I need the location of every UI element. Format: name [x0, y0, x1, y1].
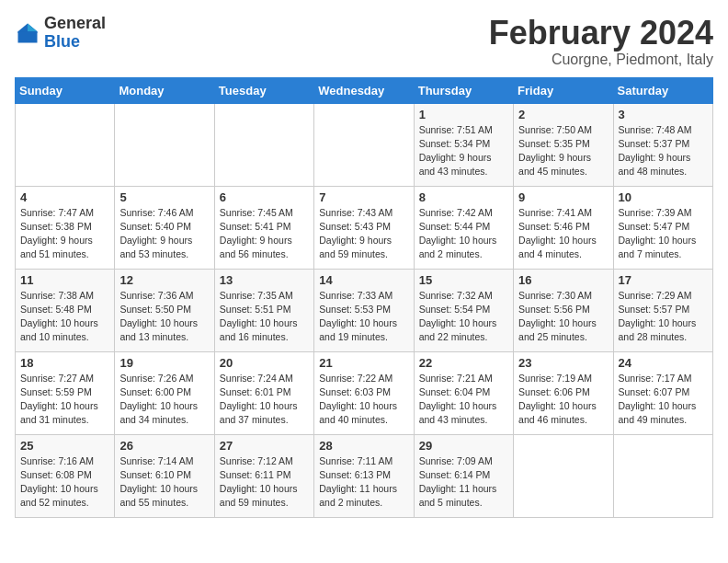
day-info: Sunrise: 7:42 AM Sunset: 5:44 PM Dayligh…	[419, 206, 508, 262]
day-info: Sunrise: 7:50 AM Sunset: 5:35 PM Dayligh…	[518, 123, 608, 179]
calendar-cell: 15Sunrise: 7:32 AM Sunset: 5:54 PM Dayli…	[414, 269, 513, 351]
calendar-cell	[16, 103, 115, 186]
calendar-cell: 29Sunrise: 7:09 AM Sunset: 6:14 PM Dayli…	[414, 434, 513, 517]
day-number: 17	[619, 273, 708, 287]
day-info: Sunrise: 7:24 AM Sunset: 6:01 PM Dayligh…	[220, 372, 309, 428]
logo-icon	[15, 20, 40, 46]
week-row-4: 18Sunrise: 7:27 AM Sunset: 5:59 PM Dayli…	[16, 351, 713, 434]
calendar-cell	[115, 103, 214, 186]
day-info: Sunrise: 7:36 AM Sunset: 5:50 PM Dayligh…	[119, 289, 209, 345]
header-wednesday: Wednesday	[314, 77, 414, 103]
week-row-2: 4Sunrise: 7:47 AM Sunset: 5:38 PM Daylig…	[16, 186, 713, 269]
day-number: 10	[619, 190, 708, 204]
calendar-cell: 3Sunrise: 7:48 AM Sunset: 5:37 PM Daylig…	[613, 103, 712, 186]
calendar-cell: 26Sunrise: 7:14 AM Sunset: 6:10 PM Dayli…	[115, 434, 214, 517]
calendar-cell: 5Sunrise: 7:46 AM Sunset: 5:40 PM Daylig…	[115, 186, 214, 269]
day-number: 29	[419, 439, 508, 453]
day-number: 15	[419, 273, 508, 287]
calendar-cell	[613, 434, 712, 517]
calendar-cell: 12Sunrise: 7:36 AM Sunset: 5:50 PM Dayli…	[115, 269, 214, 351]
day-info: Sunrise: 7:39 AM Sunset: 5:47 PM Dayligh…	[619, 206, 708, 262]
day-number: 2	[518, 108, 608, 121]
calendar-cell: 18Sunrise: 7:27 AM Sunset: 5:59 PM Dayli…	[16, 351, 115, 434]
day-number: 20	[220, 356, 309, 370]
day-number: 22	[419, 356, 508, 370]
calendar-cell: 17Sunrise: 7:29 AM Sunset: 5:57 PM Dayli…	[613, 269, 712, 351]
header-saturday: Saturday	[613, 77, 712, 103]
day-number: 25	[20, 439, 109, 453]
day-info: Sunrise: 7:33 AM Sunset: 5:53 PM Dayligh…	[319, 289, 408, 345]
calendar-cell: 9Sunrise: 7:41 AM Sunset: 5:46 PM Daylig…	[514, 186, 613, 269]
day-number: 8	[419, 190, 508, 204]
calendar-cell: 13Sunrise: 7:35 AM Sunset: 5:51 PM Dayli…	[214, 269, 313, 351]
day-number: 7	[319, 190, 408, 204]
day-info: Sunrise: 7:46 AM Sunset: 5:40 PM Dayligh…	[119, 206, 209, 262]
day-info: Sunrise: 7:45 AM Sunset: 5:41 PM Dayligh…	[220, 206, 309, 262]
day-info: Sunrise: 7:43 AM Sunset: 5:43 PM Dayligh…	[319, 206, 408, 262]
day-info: Sunrise: 7:51 AM Sunset: 5:34 PM Dayligh…	[419, 123, 508, 179]
calendar-cell: 8Sunrise: 7:42 AM Sunset: 5:44 PM Daylig…	[414, 186, 513, 269]
calendar-cell: 1Sunrise: 7:51 AM Sunset: 5:34 PM Daylig…	[414, 103, 513, 186]
calendar-cell: 24Sunrise: 7:17 AM Sunset: 6:07 PM Dayli…	[613, 351, 712, 434]
day-info: Sunrise: 7:32 AM Sunset: 5:54 PM Dayligh…	[419, 289, 508, 345]
calendar-table: SundayMondayTuesdayWednesdayThursdayFrid…	[15, 77, 713, 518]
day-number: 3	[619, 108, 708, 121]
day-number: 14	[319, 273, 408, 287]
day-number: 13	[220, 273, 309, 287]
day-info: Sunrise: 7:29 AM Sunset: 5:57 PM Dayligh…	[619, 289, 708, 345]
day-number: 12	[119, 273, 209, 287]
day-info: Sunrise: 7:14 AM Sunset: 6:10 PM Dayligh…	[119, 454, 209, 511]
day-number: 9	[518, 190, 608, 204]
calendar-cell: 10Sunrise: 7:39 AM Sunset: 5:47 PM Dayli…	[613, 186, 712, 269]
calendar-cell: 23Sunrise: 7:19 AM Sunset: 6:06 PM Dayli…	[514, 351, 613, 434]
svg-marker-1	[28, 23, 38, 31]
page-header: General Blue February 2024 Cuorgne, Pied…	[15, 15, 713, 68]
day-info: Sunrise: 7:38 AM Sunset: 5:48 PM Dayligh…	[20, 289, 109, 345]
day-number: 24	[619, 356, 708, 370]
calendar-cell: 7Sunrise: 7:43 AM Sunset: 5:43 PM Daylig…	[314, 186, 414, 269]
week-row-5: 25Sunrise: 7:16 AM Sunset: 6:08 PM Dayli…	[16, 434, 713, 517]
week-row-1: 1Sunrise: 7:51 AM Sunset: 5:34 PM Daylig…	[16, 103, 713, 186]
day-info: Sunrise: 7:09 AM Sunset: 6:14 PM Dayligh…	[419, 454, 508, 511]
logo: General Blue	[15, 15, 106, 52]
calendar-cell: 25Sunrise: 7:16 AM Sunset: 6:08 PM Dayli…	[16, 434, 115, 517]
calendar-cell: 4Sunrise: 7:47 AM Sunset: 5:38 PM Daylig…	[16, 186, 115, 269]
calendar-cell: 14Sunrise: 7:33 AM Sunset: 5:53 PM Dayli…	[314, 269, 414, 351]
calendar-cell: 16Sunrise: 7:30 AM Sunset: 5:56 PM Dayli…	[514, 269, 613, 351]
day-number: 21	[319, 356, 408, 370]
day-info: Sunrise: 7:30 AM Sunset: 5:56 PM Dayligh…	[518, 289, 608, 345]
day-info: Sunrise: 7:27 AM Sunset: 5:59 PM Dayligh…	[20, 372, 109, 428]
logo-text: General Blue	[44, 15, 106, 52]
day-info: Sunrise: 7:48 AM Sunset: 5:37 PM Dayligh…	[619, 123, 708, 179]
header-row: SundayMondayTuesdayWednesdayThursdayFrid…	[16, 77, 713, 103]
calendar-cell	[214, 103, 313, 186]
day-number: 5	[119, 190, 209, 204]
day-info: Sunrise: 7:19 AM Sunset: 6:06 PM Dayligh…	[518, 372, 608, 428]
calendar-cell: 27Sunrise: 7:12 AM Sunset: 6:11 PM Dayli…	[214, 434, 313, 517]
calendar-cell: 11Sunrise: 7:38 AM Sunset: 5:48 PM Dayli…	[16, 269, 115, 351]
calendar-cell	[314, 103, 414, 186]
day-info: Sunrise: 7:21 AM Sunset: 6:04 PM Dayligh…	[419, 372, 508, 428]
calendar-cell: 6Sunrise: 7:45 AM Sunset: 5:41 PM Daylig…	[214, 186, 313, 269]
calendar-cell: 22Sunrise: 7:21 AM Sunset: 6:04 PM Dayli…	[414, 351, 513, 434]
header-friday: Friday	[514, 77, 613, 103]
day-number: 18	[20, 356, 109, 370]
day-info: Sunrise: 7:12 AM Sunset: 6:11 PM Dayligh…	[220, 454, 309, 511]
day-info: Sunrise: 7:26 AM Sunset: 6:00 PM Dayligh…	[119, 372, 209, 428]
calendar-cell: 19Sunrise: 7:26 AM Sunset: 6:00 PM Dayli…	[115, 351, 214, 434]
day-number: 19	[119, 356, 209, 370]
day-number: 27	[220, 439, 309, 453]
day-number: 23	[518, 356, 608, 370]
calendar-cell	[514, 434, 613, 517]
day-info: Sunrise: 7:35 AM Sunset: 5:51 PM Dayligh…	[220, 289, 309, 345]
svg-rect-2	[18, 31, 38, 33]
calendar-cell: 2Sunrise: 7:50 AM Sunset: 5:35 PM Daylig…	[514, 103, 613, 186]
day-number: 26	[119, 439, 209, 453]
calendar-cell: 20Sunrise: 7:24 AM Sunset: 6:01 PM Dayli…	[214, 351, 313, 434]
day-info: Sunrise: 7:41 AM Sunset: 5:46 PM Dayligh…	[518, 206, 608, 262]
week-row-3: 11Sunrise: 7:38 AM Sunset: 5:48 PM Dayli…	[16, 269, 713, 351]
day-info: Sunrise: 7:11 AM Sunset: 6:13 PM Dayligh…	[319, 454, 408, 511]
header-sunday: Sunday	[16, 77, 115, 103]
day-info: Sunrise: 7:16 AM Sunset: 6:08 PM Dayligh…	[20, 454, 109, 511]
day-number: 4	[20, 190, 109, 204]
